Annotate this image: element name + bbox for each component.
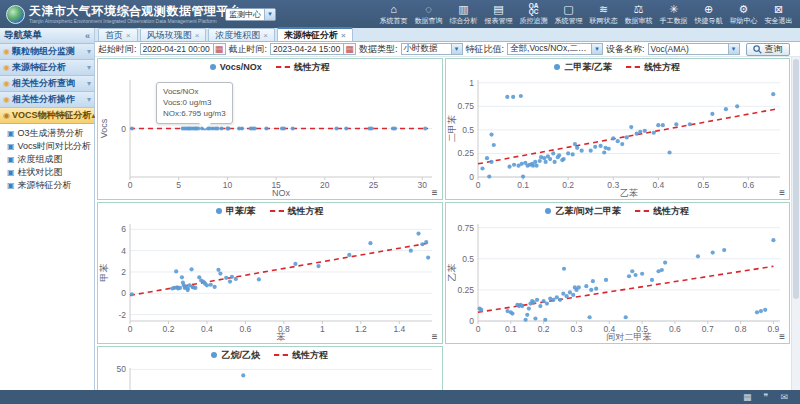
legend-trend[interactable]: 线性方程 <box>626 61 680 74</box>
ratio-select[interactable]: 全部,Vocs/NOx,二甲苯/乙苯 ▾ <box>507 43 603 55</box>
legend-series[interactable]: Vocs/NOx <box>210 62 262 72</box>
nav-item-report[interactable]: ▤报表管理 <box>481 3 516 26</box>
nav-item-label: 报表管理 <box>485 16 513 26</box>
nav-item-help[interactable]: ⚙帮助中心 <box>726 3 761 26</box>
svg-text:0: 0 <box>469 172 474 182</box>
sidebar-sub-item-1[interactable]: ▣Vocs时间对比分析 <box>0 140 94 153</box>
legend-trend[interactable]: 线性方程 <box>635 205 689 218</box>
chevron-down-icon[interactable]: ▾ <box>87 47 91 56</box>
nav-item-analysis[interactable]: ▥综合分析 <box>446 3 481 26</box>
legend-trend[interactable]: 线性方程 <box>274 349 328 362</box>
audit-icon: ⚖ <box>634 3 644 15</box>
chart-menu-icon[interactable]: ≡ <box>432 188 438 198</box>
center-select[interactable]: 监测中心 ▾ <box>225 8 276 21</box>
svg-text:NOx: NOx <box>272 188 291 198</box>
nav-item-qaqc[interactable]: QAQC质控追溯 <box>516 3 551 26</box>
svg-text:0.25: 0.25 <box>457 285 474 295</box>
nav-item-audit[interactable]: ⚖数据审核 <box>621 3 656 26</box>
menu-item-icon: ▣ <box>7 168 15 177</box>
nav-item-exit[interactable]: ⊠安全退出 <box>761 3 796 26</box>
legend-trend[interactable]: 线性方程 <box>276 61 330 74</box>
chevron-down-icon[interactable]: ▾ <box>87 79 91 88</box>
chart-tooltip: Vocs/NOx Vocs:0 ug/m3 NOx:6.795 ug/m3 <box>156 82 233 124</box>
legend-trend[interactable]: 线性方程 <box>270 205 324 218</box>
chart-legend[interactable]: 甲苯/苯线性方程 <box>98 203 442 219</box>
chat-icon[interactable]: ❞ <box>764 392 769 402</box>
footer-bar: ▦❞✉ <box>0 390 800 404</box>
sidebar-group-1[interactable]: ◉来源特征分析▾ <box>0 60 94 76</box>
nav-item-network[interactable]: ≋联网状态 <box>586 3 621 26</box>
chevron-down-icon[interactable]: ▾ <box>451 44 462 54</box>
close-icon[interactable]: × <box>195 31 200 40</box>
legend-trend-label: 线性方程 <box>292 349 328 362</box>
legend-series[interactable]: 二甲苯/乙苯 <box>554 61 612 74</box>
legend-series[interactable]: 乙苯/间对二甲苯 <box>545 205 621 218</box>
sidebar-title: 导航菜单 <box>4 29 42 42</box>
chart-panel-ethane-acetylene: 乙烷/乙炔线性方程 50 <box>97 346 443 390</box>
chart-legend[interactable]: Vocs/NOx线性方程 <box>98 59 442 75</box>
legend-dot-icon <box>554 64 560 70</box>
sidebar-group-0[interactable]: ◉颗粒物组分监测▾ <box>0 44 94 60</box>
calendar-icon[interactable]: ▦ <box>743 392 752 402</box>
device-value: Voc(AMA) <box>649 44 691 54</box>
scrollbar-thumb[interactable] <box>793 59 799 299</box>
sidebar-sub-item-4[interactable]: ▣来源特征分析 <box>0 179 94 192</box>
calendar-icon[interactable]: ▦ <box>214 43 226 55</box>
chart-menu-icon[interactable]: ≡ <box>779 188 785 198</box>
sidebar-sub-item-0[interactable]: ▣O3生成潜势分析 <box>0 127 94 140</box>
chart-menu-icon[interactable]: ≡ <box>432 332 438 342</box>
legend-dash-icon <box>270 210 284 212</box>
svg-text:0.6: 0.6 <box>669 324 681 334</box>
svg-text:0.3: 0.3 <box>607 180 619 190</box>
chevron-down-icon[interactable]: ▾ <box>264 9 275 20</box>
svg-text:0.7: 0.7 <box>701 324 713 334</box>
calendar-icon[interactable]: ▦ <box>344 43 356 55</box>
svg-text:0.5: 0.5 <box>462 125 474 135</box>
chevron-down-icon[interactable]: ▾ <box>87 95 91 104</box>
tab-2[interactable]: 浓度堆积图× <box>208 28 275 41</box>
svg-text:0.6: 0.6 <box>239 324 251 334</box>
data-type-select[interactable]: 小时数据 ▾ <box>401 43 463 55</box>
svg-text:0.25: 0.25 <box>457 148 474 158</box>
close-icon[interactable]: × <box>341 31 346 40</box>
sidebar-sub-item-3[interactable]: ▣柱状对比图 <box>0 166 94 179</box>
close-icon[interactable]: × <box>263 31 268 40</box>
chart-legend[interactable]: 二甲苯/乙苯线性方程 <box>446 59 790 75</box>
vertical-scrollbar[interactable] <box>791 57 800 390</box>
svg-text:0.1: 0.1 <box>504 324 516 334</box>
chevron-down-icon[interactable]: ▾ <box>87 63 91 72</box>
svg-text:10: 10 <box>223 180 233 190</box>
legend-series[interactable]: 甲苯/苯 <box>216 205 256 218</box>
chart-menu-icon[interactable]: ≡ <box>779 332 785 342</box>
chart-plot: 00.250.50.75100.10.20.30.40.50.6乙苯二甲苯 <box>446 75 790 199</box>
sidebar-group-3[interactable]: ◉相关性分析操作▾ <box>0 92 94 108</box>
tab-3[interactable]: 来源特征分析× <box>277 27 353 41</box>
collapse-icon[interactable]: « <box>85 31 90 41</box>
nav-item-home[interactable]: ⌂系统首页 <box>376 3 411 26</box>
device-select[interactable]: Voc(AMA) ▾ <box>648 43 740 55</box>
end-time-input[interactable] <box>270 43 344 55</box>
sidebar-group-2[interactable]: ◉相关性分析查询▾ <box>0 76 94 92</box>
tab-1[interactable]: 风场玫瑰图× <box>140 28 207 41</box>
home-icon: ⌂ <box>390 3 397 15</box>
tab-0[interactable]: 首页× <box>98 28 138 41</box>
sidebar-sub-item-2[interactable]: ▣浓度组成图 <box>0 153 94 166</box>
mail-icon[interactable]: ✉ <box>780 392 788 402</box>
nav-item-data-query[interactable]: ◌数据查询 <box>411 3 446 26</box>
chevron-down-icon[interactable]: ▾ <box>591 44 602 54</box>
qaqc-icon: QAQC <box>529 3 539 15</box>
header-nav: ⌂系统首页◌数据查询▥综合分析▤报表管理QAQC质控追溯▢系统管理≋联网状态⚖数… <box>376 3 796 26</box>
nav-item-manual-data[interactable]: ✳手工数据 <box>656 3 691 26</box>
chevron-down-icon[interactable]: ▾ <box>728 44 739 54</box>
start-time-input[interactable] <box>140 43 214 55</box>
legend-series[interactable]: 乙烷/乙炔 <box>211 349 260 362</box>
close-icon[interactable]: × <box>126 31 131 40</box>
chart-legend[interactable]: 乙苯/间对二甲苯线性方程 <box>446 203 790 219</box>
sidebar-group-4[interactable]: ◉VOCS物种特征分析▴ <box>0 108 94 124</box>
main-area: 首页×风场玫瑰图×浓度堆积图×来源特征分析× 起始时间: ▦ 截止时间: ▦ 数… <box>95 28 800 390</box>
nav-item-system[interactable]: ▢系统管理 <box>551 3 586 26</box>
scatter-chart-svg: 0051015202530NOxVocs <box>98 75 442 199</box>
chart-legend[interactable]: 乙烷/乙炔线性方程 <box>98 347 442 363</box>
nav-item-quick-nav[interactable]: ⊕快捷导航 <box>691 3 726 26</box>
query-button[interactable]: 查询 <box>746 43 790 56</box>
